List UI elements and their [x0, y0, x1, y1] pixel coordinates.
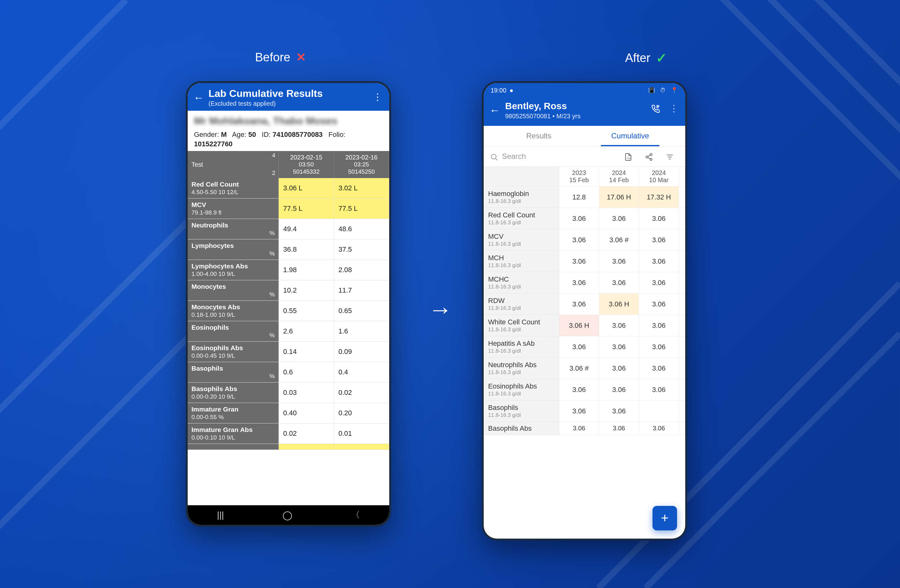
- back-nav-button[interactable]: 〈: [351, 509, 360, 521]
- value-cell: 77.5 L: [334, 198, 389, 219]
- search-input[interactable]: Search: [490, 152, 621, 161]
- search-icon: [490, 152, 498, 161]
- table-row[interactable]: Haemoglobin11.8-16.3 g/dl12.817.06 H17.3…: [484, 187, 685, 208]
- table-row[interactable]: Neutrophils Abs11.8-16.3 g/dl3.06 #3.063…: [484, 358, 685, 379]
- before-patient-block: Mr Mohlakoana, Thabo Moses Gender: M Age…: [188, 111, 389, 151]
- value-cell: 0.4: [334, 362, 389, 382]
- value-cell: 3.06: [559, 208, 599, 229]
- table-row[interactable]: Lymphocytes Abs1.00-4.00 10 9/L1.982.08: [188, 260, 389, 280]
- before-col-2[interactable]: 2023-02-16 03:25 50145250: [334, 151, 389, 178]
- test-name: Basophils: [488, 404, 554, 412]
- table-row[interactable]: Eosinophils Abs11.8-16.3 g/dl3.063.063.0…: [484, 379, 685, 401]
- table-row[interactable]: MCHC11.8-16.3 g/dl3.063.063.06: [484, 272, 685, 294]
- test-name: Neutrophils Abs: [488, 361, 554, 369]
- value-cell: 36.8: [279, 240, 334, 260]
- test-range: 11.8-16.3 g/dl: [488, 220, 554, 226]
- test-range: 0.00-0.10 10 9/L: [191, 434, 275, 441]
- test-range: 0.00-0.55 %: [191, 414, 275, 421]
- test-name: White Cell Count: [488, 318, 554, 326]
- table-row[interactable]: Red Cell Count4.50-5.50 10 12/L3.06 L3.0…: [188, 178, 389, 198]
- test-name: Basophils: [191, 365, 275, 372]
- test-range: 11.8-16.3 g/dl: [488, 305, 554, 311]
- table-row[interactable]: Hepatitis A sAb11.8-16.3 g/dl3.063.063.0…: [484, 336, 685, 358]
- table-row[interactable]: Red Cell Count11.8-16.3 g/dl3.063.063.06: [484, 208, 685, 229]
- value-cell: 3.06: [639, 422, 679, 435]
- table-row[interactable]: Neutrophils%49.448.6: [188, 219, 389, 240]
- value-cell: 0.09: [334, 342, 389, 362]
- value-cell: 3.06 L: [279, 178, 334, 198]
- table-row[interactable]: Eosinophils%2.61.6: [188, 321, 389, 342]
- table-row[interactable]: MCV79.1-98.9 fl77.5 L77.5 L: [188, 198, 389, 219]
- recents-button[interactable]: |||: [217, 510, 224, 520]
- table-row[interactable]: Lymphocytes%36.837.5: [188, 240, 389, 260]
- after-tabs: Results Cumulative: [484, 126, 685, 146]
- test-name: MCH: [488, 254, 554, 262]
- table-row[interactable]: Eosinophils Abs0.00-0.45 10 9/L0.140.09: [188, 342, 389, 362]
- table-row[interactable]: Immature Gran0.00-0.55 %0.400.20: [188, 403, 389, 424]
- cross-icon: ✕: [296, 50, 306, 64]
- test-name: MCV: [191, 201, 275, 209]
- after-col-1[interactable]: 2023 15 Feb: [559, 167, 599, 187]
- table-row[interactable]: Basophils Abs0.00-0.20 10 9/L0.030.02: [188, 382, 389, 403]
- table-row[interactable]: Immature Gran Abs0.00-0.10 10 9/L0.020.0…: [188, 424, 389, 444]
- table-row[interactable]: White Cell Count11.8-16.3 g/dl3.06 H3.06…: [484, 315, 685, 336]
- android-navbar: ||| ◯ 〈: [188, 505, 389, 525]
- test-name: Basophils Abs: [488, 424, 554, 432]
- back-button[interactable]: ←: [193, 91, 204, 104]
- table-row[interactable]: Monocytes%10.211.7: [188, 280, 389, 301]
- filter-icon[interactable]: [666, 152, 674, 161]
- table-row[interactable]: MCV11.8-16.3 g/dl3.063.06 #3.06: [484, 229, 685, 251]
- value-cell-peek: [679, 315, 685, 336]
- share-icon[interactable]: [645, 152, 653, 161]
- tab-cumulative[interactable]: Cumulative: [585, 126, 676, 146]
- back-button[interactable]: ←: [489, 104, 500, 116]
- after-col-3[interactable]: 2024 10 Mar: [639, 167, 679, 187]
- value-cell: 3.06: [639, 358, 679, 379]
- value-cell: 3.02 L: [334, 178, 389, 198]
- test-name: Immature Gran Abs: [191, 426, 275, 433]
- after-label: After ✓: [625, 50, 667, 66]
- test-name: RDW: [488, 297, 554, 305]
- more-button[interactable]: ⋮: [373, 91, 382, 102]
- location-icon: 📍: [671, 87, 678, 94]
- value-cell: 0.14: [279, 342, 334, 362]
- table-row[interactable]: RDW11.8-16.3 g/dl3.063.06 H3.06: [484, 294, 685, 315]
- call-icon[interactable]: [651, 104, 660, 114]
- value-cell-peek: [679, 272, 685, 294]
- fab-add-button[interactable]: +: [652, 506, 677, 531]
- value-cell: 2.6: [279, 321, 334, 341]
- status-bar: 19:00 ● 📳 ⏱ 📍: [484, 83, 685, 97]
- value-cell-peek: [679, 187, 685, 208]
- test-range: %: [191, 250, 275, 257]
- phone-before: ← Lab Cumulative Results (Excluded tests…: [186, 81, 391, 527]
- value-cell: 3.06: [599, 336, 639, 358]
- more-button[interactable]: ⋮: [669, 103, 678, 114]
- table-row[interactable]: Basophils11.8-16.3 g/dl3.063.06: [484, 401, 685, 422]
- test-range: 79.1-98.9 fl: [191, 209, 275, 216]
- test-range: %: [191, 373, 275, 380]
- value-cell: 3.06: [599, 272, 639, 294]
- test-name: Red Cell Count: [191, 181, 275, 188]
- value-cell: 3.06: [559, 272, 599, 294]
- test-name: Eosinophils Abs: [191, 344, 275, 352]
- table-row[interactable]: Monocytes Abs0.18-1.00 10 9/L0.550.65: [188, 301, 389, 321]
- pdf-icon[interactable]: PDF: [624, 152, 632, 161]
- phone-after: 19:00 ● 📳 ⏱ 📍 ← Bentley, Ross 9805255070…: [482, 81, 687, 540]
- after-col-peek[interactable]: [679, 167, 685, 187]
- value-cell: 0.03: [279, 382, 334, 403]
- test-range: 0.18-1.00 10 9/L: [191, 311, 275, 319]
- after-patient-name: Bentley, Ross: [505, 101, 580, 112]
- value-cell: 3.06: [599, 251, 639, 272]
- value-cell: 0.6: [279, 362, 334, 382]
- after-col-2[interactable]: 2024 14 Feb: [599, 167, 639, 187]
- value-cell: 0.65: [334, 301, 389, 321]
- table-row[interactable]: Basophils%0.60.4: [188, 362, 389, 382]
- before-col-1[interactable]: 2023-02-15 03:50 50145332: [279, 151, 334, 178]
- tab-results[interactable]: Results: [493, 126, 585, 146]
- table-row[interactable]: Basophils Abs3.063.063.06: [484, 422, 685, 435]
- test-range: 11.8-16.3 g/dl: [488, 412, 554, 418]
- after-table-head: 2023 15 Feb 2024 14 Feb 2024 10 Mar: [484, 167, 685, 187]
- home-button[interactable]: ◯: [282, 510, 292, 520]
- test-name: Red Cell Count: [488, 211, 554, 219]
- table-row[interactable]: MCH11.8-16.3 g/dl3.063.063.06: [484, 251, 685, 272]
